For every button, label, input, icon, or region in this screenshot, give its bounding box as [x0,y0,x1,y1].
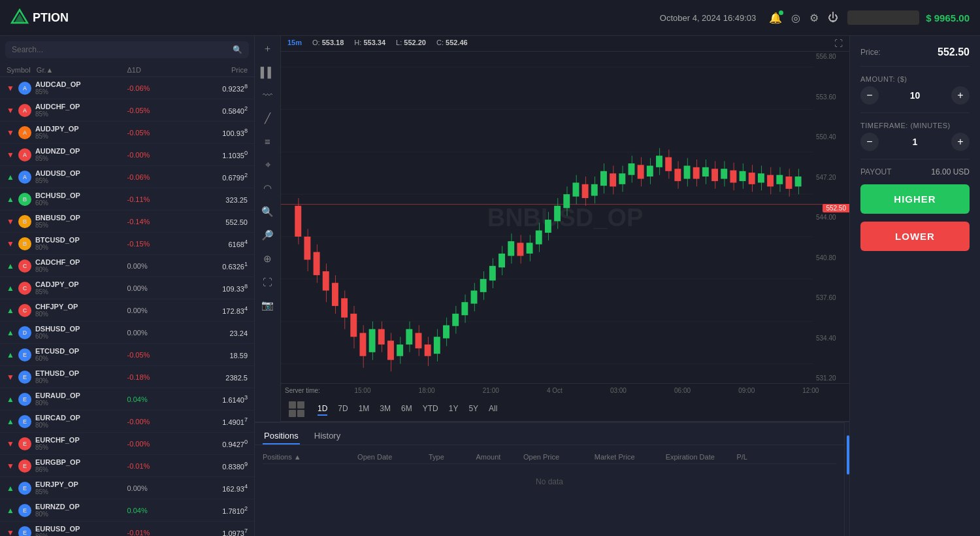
symbol-name: BTCUSD_OP [35,236,80,244]
bell-icon[interactable]: 🔔 [769,12,782,24]
symbol-row[interactable]: ▲ A AUDUSD_OP 85% -0.06% 0.67992 [0,166,254,188]
symbol-row[interactable]: ▲ B BCHUSD_OP 60% -0.11% 323.25 [0,188,254,210]
fullscreen-tool[interactable]: ⛶ [261,275,274,289]
symbol-name: EURJPY_OP [35,480,78,488]
arc-tool[interactable]: ◠ [262,181,273,195]
symbol-text: AUDJPY_OP 85% [35,125,79,140]
line-tool[interactable]: 〰 [261,88,274,102]
symbol-row[interactable]: ▼ E EURCHF_OP 85% -0.00% 0.94270 [0,433,254,455]
symbol-row[interactable]: ▼ A AUDNZD_OP 85% -0.00% 1.10350 [0,144,254,166]
search-input[interactable] [12,45,227,54]
symbol-name: AUDNZD_OP [35,147,80,155]
arrow-down: ▼ [7,150,14,159]
plus-tool[interactable]: ＋ [261,41,274,56]
symbol-row[interactable]: ▼ A AUDJPY_OP 85% -0.05% 100.938 [0,122,254,144]
symbol-text: AUDCHF_OP 85% [35,103,80,118]
amount-increment[interactable]: + [951,86,970,105]
measure-tool[interactable]: ⌖ [264,158,272,172]
scroll-bar[interactable] [844,422,849,536]
period-tab[interactable]: 7D [338,403,348,416]
zoom-in-tool[interactable]: 🔍 [260,205,275,219]
camera-tool[interactable]: 📷 [260,298,275,312]
symbol-name: BCHUSD_OP [35,192,80,199]
search-box[interactable]: 🔍 [5,41,249,58]
symbol-row[interactable]: ▼ E EURGBP_OP 86% -0.01% 0.83809 [0,455,254,477]
y-label: 531.20 [816,375,847,382]
symbol-icon: B [18,193,31,206]
symbol-row[interactable]: ▼ E ETHUSD_OP 80% -0.18% 2382.5 [0,366,254,388]
symbol-grade: 85% [35,133,79,140]
symbol-delta: -0.05% [127,129,188,137]
compass-icon[interactable]: ◎ [791,12,800,24]
payout-row: PAYOUT 16.00 USD [860,167,970,176]
tab-positions[interactable]: Positions [263,428,300,444]
ohlc-timeframe: 15m [287,39,302,48]
amount-stepper: − 10 + [860,86,970,105]
period-tab[interactable]: 5Y [468,403,478,416]
period-tab[interactable]: 3M [380,403,391,416]
symbol-row[interactable]: ▼ E EURUSD_OP 86% -0.01% 1.09737 [0,522,254,536]
symbol-row[interactable]: ▲ D DSHUSD_OP 60% 0.00% 23.24 [0,322,254,344]
symbol-name-cell: ▼ B BNBUSD_OP 85% [7,214,127,229]
symbol-grade: 85% [35,444,80,451]
period-tab[interactable]: 1M [359,403,370,416]
symbol-row[interactable]: ▲ E EURCAD_OP 80% -0.00% 1.49017 [0,410,254,433]
svg-rect-101 [711,169,718,181]
symbol-grade: 80% [35,266,80,273]
symbol-row[interactable]: ▲ E EURAUD_OP 80% 0.04% 1.61403 [0,388,254,410]
svg-rect-95 [684,166,691,179]
symbol-row[interactable]: ▲ E EURJPY_OP 85% 0.00% 162.934 [0,477,254,499]
period-tab[interactable]: YTD [423,403,438,416]
symbol-row[interactable]: ▼ B BNBUSD_OP 85% -0.14% 552.50 [0,210,254,233]
symbol-row[interactable]: ▲ C CADJPY_OP 85% 0.00% 109.338 [0,277,254,299]
candle-tool[interactable]: ▌▌ [259,65,276,79]
svg-rect-89 [656,156,662,167]
symbol-grade: 85% [35,288,79,295]
symbol-price: 1.61403 [188,394,248,404]
svg-rect-45 [452,314,459,326]
arrow-up: ▲ [7,328,14,337]
period-tab[interactable]: 1D [318,403,327,416]
symbol-row[interactable]: ▲ E ETCUSD_OP 60% -0.05% 18.59 [0,344,254,366]
amount-decrement[interactable]: − [860,86,879,105]
period-tab[interactable]: 6M [401,403,412,416]
symbol-price: 2382.5 [188,372,248,382]
tab-history[interactable]: History [313,428,342,444]
symbol-list[interactable]: ▼ A AUDCAD_OP 85% -0.06% 0.92328 ▼ A AUD… [0,77,254,536]
chart-expand-icon[interactable]: ⛶ [834,39,843,48]
symbol-price: 0.67992 [188,172,248,182]
symbol-row[interactable]: ▲ C CHFJPY_OP 80% 0.00% 172.834 [0,299,254,322]
diagonal-tool[interactable]: ╱ [263,111,272,126]
crosshair-tool[interactable]: ⊕ [262,252,273,266]
power-icon[interactable]: ⏻ [828,12,838,24]
lower-button[interactable]: LOWER [860,222,970,251]
y-label: 553.60 [816,93,847,101]
grid-icon[interactable] [289,401,304,417]
text-tool[interactable]: ≡ [263,135,272,148]
symbol-text: EURNZD_OP 80% [35,503,80,518]
symbol-row[interactable]: ▲ E EURNZD_OP 80% 0.04% 1.78102 [0,499,254,522]
symbol-icon: E [18,482,31,495]
settings-icon[interactable]: ⚙ [809,12,819,24]
timeframe-decrement[interactable]: − [860,133,879,151]
period-tab[interactable]: 1Y [449,403,459,416]
zoom-out-tool[interactable]: 🔎 [260,228,275,243]
x-label: 4 Oct [547,387,563,394]
timeframe-increment[interactable]: + [951,133,970,151]
main-layout: 🔍 Symbol Gr.▲ Δ1D Price ▼ A AUDCAD_OP 85… [0,36,980,536]
symbol-text: BTCUSD_OP 80% [35,236,80,251]
symbol-row[interactable]: ▼ A AUDCAD_OP 85% -0.06% 0.92328 [0,77,254,99]
symbol-row[interactable]: ▲ C CADCHF_OP 80% 0.00% 0.63261 [0,255,254,277]
symbol-name-cell: ▼ E ETHUSD_OP 80% [7,369,127,384]
symbol-text: AUDNZD_OP 85% [35,147,80,162]
svg-rect-119 [795,176,802,186]
timeframe-section: TIMEFRAME: (minutes) − 1 + [860,121,970,151]
amount-label: Amount: ($) [860,75,907,83]
period-tab[interactable]: All [489,403,497,416]
table-header: Positions ▲ Open Date Type Amount Open P… [263,450,836,464]
symbol-table-header: Symbol Gr.▲ Δ1D Price [0,63,254,77]
payout-label: PAYOUT [860,167,892,176]
symbol-row[interactable]: ▼ B BTCUSD_OP 80% -0.15% 61684 [0,233,254,255]
symbol-row[interactable]: ▼ A AUDCHF_OP 85% -0.05% 0.58402 [0,99,254,122]
higher-button[interactable]: HIGHER [860,184,970,214]
